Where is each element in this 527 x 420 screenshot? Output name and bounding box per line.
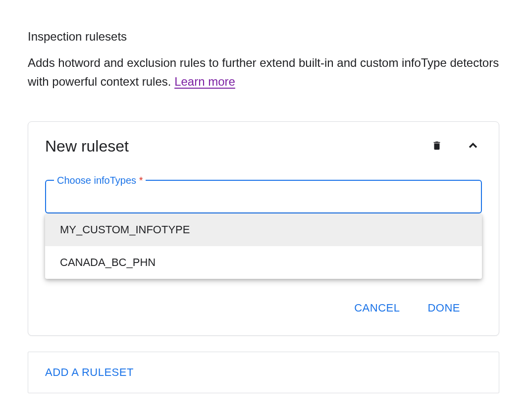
learn-more-link[interactable]: Learn more: [174, 75, 235, 88]
infotypes-field-label: Choose infoTypes *: [54, 175, 146, 186]
card-title: New ruleset: [45, 137, 129, 156]
required-asterisk: *: [139, 175, 143, 186]
dropdown-option-canada-bc-phn[interactable]: CANADA_BC_PHN: [45, 246, 482, 279]
description-text: Adds hotword and exclusion rules to furt…: [28, 56, 499, 88]
section-description: Adds hotword and exclusion rules to furt…: [28, 53, 499, 92]
field-label-text: Choose infoTypes: [57, 175, 136, 186]
add-ruleset-button[interactable]: ADD A RULESET: [45, 366, 134, 379]
delete-button[interactable]: [429, 137, 444, 156]
done-button[interactable]: DONE: [425, 298, 462, 318]
chevron-up-icon: [466, 139, 480, 154]
cancel-button[interactable]: CANCEL: [352, 298, 402, 318]
dropdown-option-my-custom-infotype[interactable]: MY_CUSTOM_INFOTYPE: [45, 213, 482, 246]
section-title: Inspection rulesets: [28, 30, 499, 44]
trash-icon: [431, 139, 442, 154]
card-header-actions: [429, 137, 482, 156]
add-ruleset-card: ADD A RULESET: [28, 352, 499, 393]
infotypes-dropdown: MY_CUSTOM_INFOTYPE CANADA_BC_PHN: [45, 213, 482, 279]
infotypes-field[interactable]: Choose infoTypes *: [45, 180, 482, 213]
new-ruleset-card: New ruleset Choose infoTypes: [28, 121, 499, 336]
collapse-button[interactable]: [464, 137, 482, 156]
infotypes-field-container: Choose infoTypes * MY_CUSTOM_INFOTYPE CA…: [45, 180, 482, 213]
card-actions: CANCEL DONE: [45, 298, 482, 318]
card-header: New ruleset: [45, 137, 482, 156]
